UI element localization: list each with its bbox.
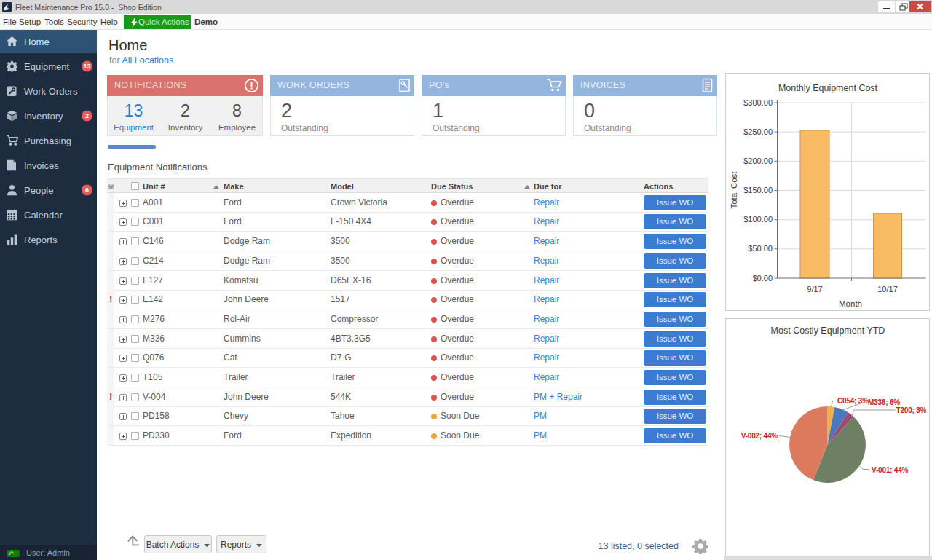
svg-text:$200.00: $200.00 bbox=[743, 157, 773, 165]
svg-text:10/17: 10/17 bbox=[877, 285, 898, 293]
svg-text:Total Cost: Total Cost bbox=[730, 171, 738, 209]
svg-text:$0.00: $0.00 bbox=[752, 274, 773, 283]
svg-text:$50.00: $50.00 bbox=[748, 244, 773, 253]
svg-text:9/17: 9/17 bbox=[807, 285, 822, 293]
svg-text:$250.00: $250.00 bbox=[743, 127, 773, 136]
svg-text:V-002; 44%: V-002; 44% bbox=[741, 432, 778, 440]
svg-text:Monthly Equipment Cost: Monthly Equipment Cost bbox=[778, 83, 878, 93]
svg-text:M336; 6%: M336; 6% bbox=[868, 398, 900, 406]
svg-text:C054; 3%: C054; 3% bbox=[837, 397, 869, 405]
svg-text:$100.00: $100.00 bbox=[743, 215, 773, 224]
svg-text:V-001; 44%: V-001; 44% bbox=[872, 466, 909, 474]
svg-text:Most Costly Equipment YTD: Most Costly Equipment YTD bbox=[771, 326, 885, 336]
svg-text:Month: Month bbox=[839, 299, 862, 308]
svg-text:$300.00: $300.00 bbox=[743, 98, 773, 107]
svg-text:$150.00: $150.00 bbox=[743, 186, 773, 194]
svg-text:T200; 3%: T200; 3% bbox=[896, 406, 927, 414]
